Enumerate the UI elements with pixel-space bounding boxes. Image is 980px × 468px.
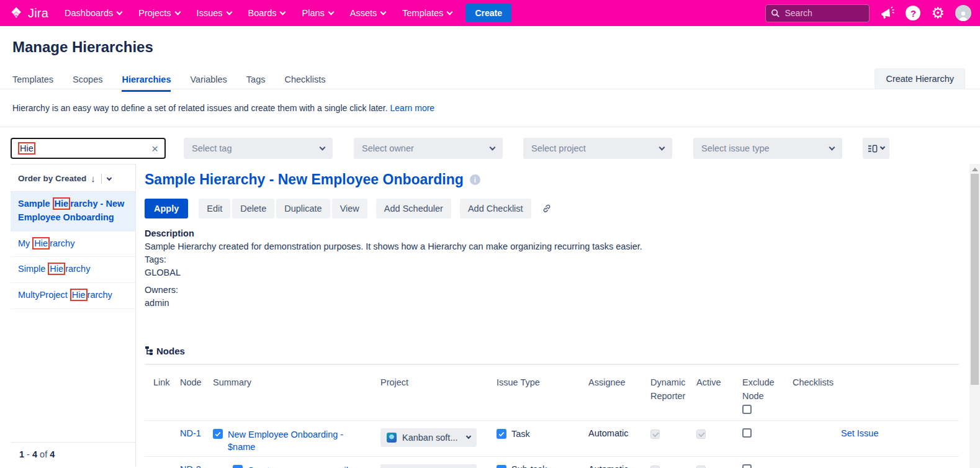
task-icon bbox=[213, 429, 223, 439]
scrollbar-thumb[interactable] bbox=[971, 174, 979, 385]
clear-search-icon[interactable]: × bbox=[151, 143, 158, 155]
add-scheduler-button[interactable]: Add Scheduler bbox=[376, 199, 451, 218]
cell-assignee: Automatic bbox=[588, 428, 650, 438]
jira-logo[interactable]: Jira bbox=[9, 6, 48, 21]
select-issue-type-dropdown[interactable]: Select issue type bbox=[693, 138, 842, 159]
pagination: 1 - 4 of 4 bbox=[11, 442, 135, 466]
hierarchy-title-text: Sample Hierarchy - New Employee Onboardi… bbox=[145, 171, 464, 188]
chevron-down-icon bbox=[280, 9, 286, 15]
nav-item-assets[interactable]: Assets bbox=[350, 8, 386, 18]
col-link: Link bbox=[153, 376, 180, 414]
dynamic-reporter-checkbox bbox=[650, 466, 660, 468]
nodes-title: Nodes bbox=[156, 346, 185, 356]
logo-text: Jira bbox=[28, 6, 48, 20]
nav-item-dashboards[interactable]: Dashboards bbox=[65, 8, 122, 18]
vertical-scrollbar[interactable] bbox=[969, 164, 980, 468]
add-checklist-button[interactable]: Add Checklist bbox=[460, 199, 531, 218]
cell-issue-type: Task bbox=[497, 428, 588, 439]
col-assignee: Assignee bbox=[588, 376, 650, 414]
project-avatar-icon bbox=[387, 433, 397, 443]
description-label: Description bbox=[145, 227, 959, 240]
exclude-node-checkbox[interactable] bbox=[742, 464, 752, 468]
learn-more-link[interactable]: Learn more bbox=[390, 103, 435, 113]
hierarchy-search-input[interactable]: Hie × bbox=[11, 138, 166, 159]
project-dropdown[interactable]: Kanban soft... bbox=[380, 428, 477, 447]
select-project-dropdown[interactable]: Select project bbox=[523, 138, 672, 159]
list-item-simple-hierarchy[interactable]: Simple Hierarchy bbox=[11, 257, 135, 283]
cell-project: Kanban soft... bbox=[380, 464, 497, 468]
gear-icon[interactable]: ⚙ bbox=[931, 6, 945, 20]
order-by-label: Order by Created bbox=[18, 174, 86, 183]
chevron-down-icon bbox=[466, 434, 471, 439]
list-item-my-hierarchy[interactable]: My Hierarchy bbox=[11, 232, 135, 258]
task-icon bbox=[497, 429, 506, 439]
cell-project: Kanban soft... bbox=[380, 428, 497, 447]
cell-exclude bbox=[742, 428, 793, 438]
col-exclude-node: Exclude Node bbox=[742, 376, 793, 414]
select-owner-label: Select owner bbox=[362, 143, 414, 153]
col-node: Node bbox=[180, 376, 213, 414]
view-layout-toggle[interactable] bbox=[863, 138, 889, 159]
sort-direction-icon[interactable]: ↓ bbox=[91, 173, 96, 184]
cell-dynamic-reporter bbox=[650, 428, 696, 439]
duplicate-button[interactable]: Duplicate bbox=[276, 199, 330, 218]
node-link[interactable]: ND-1 bbox=[180, 428, 201, 438]
node-link[interactable]: ND-2 bbox=[180, 464, 201, 468]
global-search[interactable] bbox=[765, 4, 870, 22]
cell-node: ND-1 bbox=[180, 428, 213, 438]
copy-link-button[interactable] bbox=[541, 203, 552, 214]
view-button[interactable]: View bbox=[332, 199, 367, 218]
global-search-input[interactable] bbox=[784, 8, 853, 18]
cell-summary: Create a company e-mail address bbox=[233, 464, 380, 468]
chevron-down-icon bbox=[829, 144, 835, 150]
nav-item-plans[interactable]: Plans bbox=[302, 8, 333, 18]
select-tag-dropdown[interactable]: Select tag bbox=[184, 138, 333, 159]
hierarchy-list: Sample Hierarchy - New Employee Onboardi… bbox=[11, 192, 135, 309]
tags-value: GLOBAL bbox=[145, 266, 959, 279]
select-owner-dropdown[interactable]: Select owner bbox=[354, 138, 503, 159]
megaphone-icon[interactable] bbox=[880, 6, 895, 20]
order-by-control[interactable]: Order by Created ↓ bbox=[11, 164, 135, 192]
nav-menu: Dashboards Projects Issues Boards Plans … bbox=[65, 8, 452, 18]
create-hierarchy-button[interactable]: Create Hierarchy bbox=[874, 68, 965, 89]
info-icon[interactable]: i bbox=[470, 174, 480, 185]
section-divider bbox=[0, 127, 980, 127]
list-item-multyproject-hierarchy[interactable]: MultyProject Hierarchy bbox=[11, 283, 135, 309]
cell-active bbox=[696, 464, 742, 468]
chevron-down-icon bbox=[328, 9, 334, 15]
subtask-icon bbox=[497, 465, 506, 468]
cell-assignee: Automatic bbox=[588, 464, 650, 468]
avatar[interactable] bbox=[955, 5, 971, 21]
scroll-up-arrow[interactable] bbox=[972, 168, 978, 171]
chevron-down-icon[interactable] bbox=[107, 175, 112, 180]
cell-active bbox=[696, 428, 742, 439]
exclude-node-checkbox[interactable] bbox=[742, 428, 752, 438]
person-icon bbox=[958, 10, 969, 21]
list-item-sample-hierarchy[interactable]: Sample Hierarchy - New Employee Onboardi… bbox=[11, 192, 135, 232]
owners-label: Owners: bbox=[145, 284, 959, 297]
summary-link[interactable]: New Employee Onboarding - $name bbox=[228, 428, 357, 454]
nav-item-boards[interactable]: Boards bbox=[248, 8, 285, 18]
tags-label: Tags: bbox=[145, 253, 959, 266]
create-button[interactable]: Create bbox=[465, 4, 511, 22]
edit-button[interactable]: Edit bbox=[199, 199, 230, 218]
project-name: Kanban soft... bbox=[402, 433, 457, 443]
jira-logo-icon bbox=[9, 6, 24, 21]
col-summary: Summary bbox=[213, 376, 380, 414]
nav-item-issues[interactable]: Issues bbox=[197, 8, 232, 18]
delete-button[interactable]: Delete bbox=[232, 199, 274, 218]
set-issue-link[interactable]: Set Issue bbox=[841, 428, 878, 438]
description-text: Sample Hierarchy created for demonstrati… bbox=[145, 240, 959, 253]
project-dropdown[interactable]: Kanban soft... bbox=[380, 464, 477, 468]
summary-link[interactable]: Create a company e-mail address bbox=[248, 464, 377, 468]
hierarchy-title: Sample Hierarchy - New Employee Onboardi… bbox=[145, 171, 959, 188]
nodes-section-header: Nodes bbox=[145, 346, 959, 356]
exclude-all-checkbox[interactable] bbox=[742, 405, 752, 414]
hierarchy-list-panel: Order by Created ↓ Sample Hierarchy - Ne… bbox=[11, 164, 136, 466]
nav-item-projects[interactable]: Projects bbox=[138, 8, 179, 18]
exclude-node-label: Exclude Node bbox=[742, 377, 775, 401]
col-checklists: Checklists bbox=[793, 376, 959, 414]
help-icon[interactable]: ? bbox=[906, 6, 920, 20]
nav-item-templates[interactable]: Templates bbox=[402, 8, 452, 18]
apply-button[interactable]: Apply bbox=[145, 199, 188, 218]
